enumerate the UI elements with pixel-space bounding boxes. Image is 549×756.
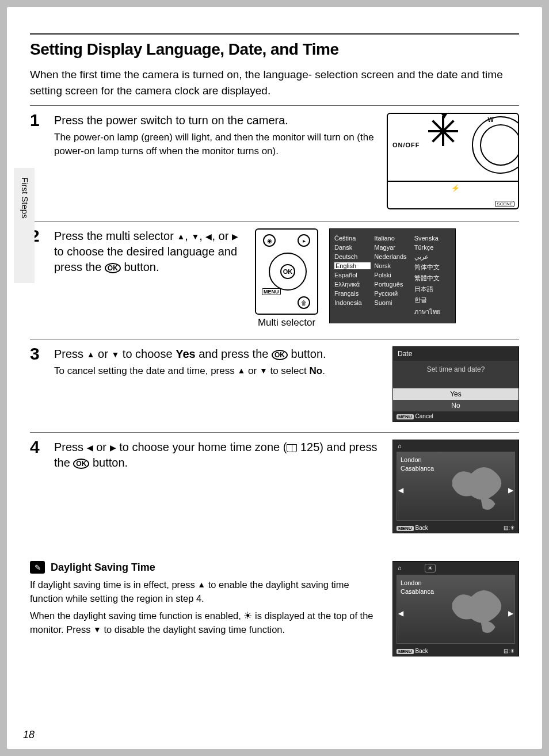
note-title: Daylight Saving Time xyxy=(51,562,155,574)
option-no: No xyxy=(393,400,518,411)
multi-selector-caption: Multi selector xyxy=(252,317,321,329)
note-body: If daylight saving time is in effect, pr… xyxy=(30,578,381,637)
lcd-footer: MENUBack⊟:☀ xyxy=(393,523,518,533)
intro-text: When the first time the camera is turned… xyxy=(30,67,519,98)
lcd-question: Set time and date? xyxy=(393,361,518,388)
step-3: 3 Press ▲ or ▼ to choose Yes and press t… xyxy=(30,346,519,422)
left-arrow-icon: ◀ xyxy=(87,444,93,452)
timezone-screen-dst: ⌂☀ LondonCasablanca ◀▶ MENUBack⊟:☀ xyxy=(392,561,519,656)
camera-mode-icon: ◉ xyxy=(263,234,276,247)
ok-button-icon: OK xyxy=(105,263,121,273)
option-yes: Yes xyxy=(393,388,518,400)
camera-illustration: ON/OFF W ⚡ SCENE xyxy=(387,113,519,211)
menu-button-label: MENU xyxy=(262,288,281,295)
up-arrow-icon: ▲ xyxy=(177,232,185,240)
left-arrow-icon: ◀ xyxy=(398,486,403,494)
scene-label: SCENE xyxy=(495,201,514,207)
multi-selector-illustration: ◉ ▸ OK MENU 🗑 Multi selector xyxy=(252,228,321,329)
home-icon: ⌂ xyxy=(398,442,518,449)
dst-hint: ⊟:☀ xyxy=(504,648,515,654)
down-arrow-icon: ▼ xyxy=(191,232,199,240)
right-arrow-icon: ▶ xyxy=(110,444,116,452)
world-map: LondonCasablanca ◀▶ xyxy=(396,452,515,521)
playback-icon: ▸ xyxy=(298,234,310,247)
rule-top xyxy=(30,33,519,35)
down-arrow-icon: ▼ xyxy=(260,366,268,375)
separator xyxy=(30,432,519,433)
power-lamp-icon xyxy=(432,120,455,143)
separator xyxy=(30,339,519,339)
flash-icon: ⚡ xyxy=(451,184,460,192)
lcd-footer: MENUBack⊟:☀ xyxy=(393,646,518,656)
left-arrow-icon: ◀ xyxy=(205,232,212,240)
down-arrow-icon: ▼ xyxy=(111,350,119,358)
lang-col-2: ItalianoMagyarNederlandsNorskPolskiPortu… xyxy=(374,235,410,317)
lang-col-1: ČeštinaDanskDeutschEnglishEspañolΕλληνικ… xyxy=(334,235,371,317)
lcd-footer: MENUCancel xyxy=(393,411,518,421)
separator xyxy=(30,105,519,106)
dst-hint: ⊟:☀ xyxy=(504,525,515,531)
down-arrow-icon: ▼ xyxy=(93,625,101,633)
world-map: LondonCasablanca ◀▶ xyxy=(396,575,515,644)
step-1-title: Press the power switch to turn on the ca… xyxy=(54,113,379,128)
page-number: 18 xyxy=(23,729,35,741)
manual-page: First Steps Setting Display Language, Da… xyxy=(7,7,542,749)
right-arrow-icon: ▶ xyxy=(232,232,238,240)
up-arrow-icon: ▲ xyxy=(87,350,95,358)
down-arrow-icon xyxy=(436,113,452,119)
step-3-sub: To cancel setting the date and time, pre… xyxy=(54,364,384,378)
left-arrow-icon: ◀ xyxy=(398,609,403,617)
step-1-sub: The power-on lamp (green) will light, an… xyxy=(54,131,379,158)
onoff-label: ON/OFF xyxy=(392,142,420,148)
step-1: 1 Press the power switch to turn on the … xyxy=(30,113,519,211)
lang-col-3: SvenskaTürkçeعربي简体中文繁體中文日本語한글ภาษาไทย xyxy=(414,235,451,317)
delete-icon: 🗑 xyxy=(298,296,310,309)
timezone-screen: ⌂ LondonCasablanca ◀▶ MENUBack⊟:☀ xyxy=(392,440,519,533)
note-icon: ✎ xyxy=(30,561,45,574)
globe-icon xyxy=(443,578,512,641)
ok-button-icon: OK xyxy=(73,459,89,469)
page-title: Setting Display Language, Date, and Time xyxy=(30,40,519,59)
book-icon xyxy=(287,444,297,452)
step-4: 4 Press ◀ or ▶ to choose your home time … xyxy=(30,440,519,533)
step-4-title: Press ◀ or ▶ to choose your home time zo… xyxy=(54,440,384,471)
separator xyxy=(30,221,519,222)
lcd-header: Date xyxy=(393,347,518,361)
step-number: 4 xyxy=(30,438,46,533)
selected-language: English xyxy=(334,262,371,269)
language-selection-screen: ČeštinaDanskDeutschEnglishEspañolΕλληνικ… xyxy=(329,228,456,323)
sun-icon: ☀ xyxy=(243,610,252,621)
step-2: 2 Press the multi selector ▲, ▼, ◀, or ▶… xyxy=(30,228,519,329)
mode-dial-icon xyxy=(472,116,519,174)
step-2-title: Press the multi selector ▲, ▼, ◀, or ▶ t… xyxy=(54,228,244,275)
up-arrow-icon: ▲ xyxy=(197,581,205,589)
home-icon: ⌂ xyxy=(398,564,402,571)
daylight-saving-note: ✎ Daylight Saving Time If daylight savin… xyxy=(30,544,519,656)
dpad-icon: OK xyxy=(269,253,307,291)
dst-indicator: ☀ xyxy=(425,564,436,572)
step-number: 3 xyxy=(30,345,46,422)
globe-icon xyxy=(443,455,512,518)
date-prompt-screen: Date Set time and date? Yes No MENUCance… xyxy=(392,346,519,422)
step-3-title: Press ▲ or ▼ to choose Yes and press the… xyxy=(54,346,384,362)
ok-button-icon: OK xyxy=(272,350,288,360)
up-arrow-icon: ▲ xyxy=(237,366,245,375)
section-tab: First Steps xyxy=(14,168,35,283)
